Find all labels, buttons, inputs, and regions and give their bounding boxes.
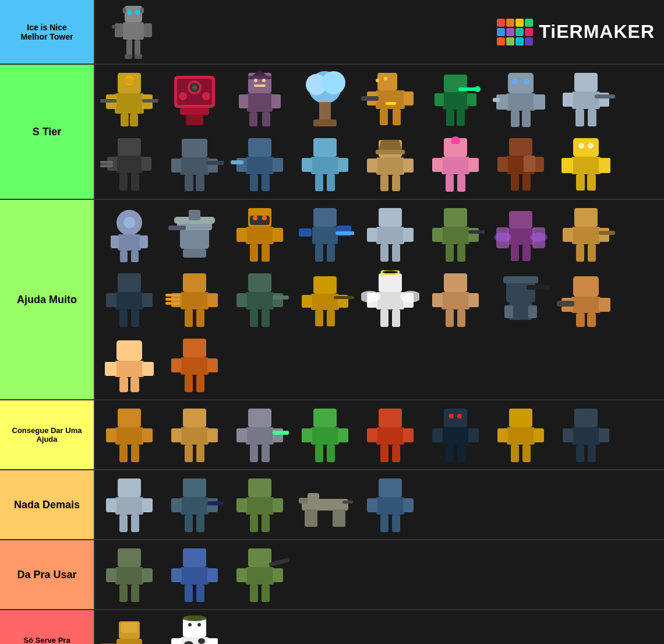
svg-point-161 xyxy=(253,216,257,220)
svg-rect-247 xyxy=(527,285,550,290)
svg-rect-80 xyxy=(588,109,596,126)
svg-rect-298 xyxy=(444,409,467,427)
svg-rect-98 xyxy=(246,157,274,174)
svg-rect-126 xyxy=(509,138,532,156)
svg-rect-197 xyxy=(599,231,615,235)
svg-rect-90 xyxy=(182,139,207,157)
tower-a4 xyxy=(293,202,357,266)
svg-rect-120 xyxy=(432,158,443,172)
svg-point-29 xyxy=(202,92,210,100)
svg-rect-202 xyxy=(119,309,128,327)
svg-rect-300 xyxy=(432,428,443,442)
tier-label-a: Ajuda Muito xyxy=(0,200,95,399)
svg-rect-168 xyxy=(327,244,335,262)
tier-content-b xyxy=(95,400,664,469)
svg-rect-260 xyxy=(130,377,139,392)
svg-rect-158 xyxy=(250,244,258,262)
svg-rect-331 xyxy=(248,478,271,497)
svg-rect-238 xyxy=(432,293,443,307)
svg-rect-107 xyxy=(338,158,348,172)
svg-rect-103 xyxy=(231,160,243,164)
svg-rect-2 xyxy=(140,8,144,13)
svg-rect-253 xyxy=(587,313,596,327)
svg-rect-97 xyxy=(248,138,271,157)
svg-rect-220 xyxy=(313,276,337,294)
svg-rect-364 xyxy=(273,568,283,582)
svg-rect-42 xyxy=(254,85,266,87)
svg-rect-177 xyxy=(442,227,469,244)
svg-rect-228 xyxy=(376,292,404,309)
svg-rect-317 xyxy=(588,445,596,462)
svg-rect-265 xyxy=(185,375,193,392)
svg-rect-81 xyxy=(595,94,615,98)
svg-rect-171 xyxy=(376,227,404,244)
tower-a18 xyxy=(163,333,227,397)
svg-rect-351 xyxy=(106,568,116,582)
svg-rect-88 xyxy=(100,161,113,164)
svg-rect-285 xyxy=(273,431,289,435)
tower-s14 xyxy=(423,132,488,196)
svg-rect-174 xyxy=(380,244,388,262)
svg-rect-359 xyxy=(185,585,193,602)
tower-a16 xyxy=(554,268,618,332)
svg-rect-62 xyxy=(446,110,454,126)
svg-rect-72 xyxy=(493,98,500,102)
header-title: Ice is Nice Melhor Tower xyxy=(21,23,73,41)
svg-rect-114 xyxy=(367,159,377,173)
svg-rect-183 xyxy=(509,211,532,228)
svg-rect-137 xyxy=(576,174,585,191)
svg-rect-276 xyxy=(207,428,218,442)
svg-rect-173 xyxy=(403,228,414,242)
svg-rect-355 xyxy=(183,548,206,567)
tower-b7 xyxy=(489,403,553,467)
svg-rect-156 xyxy=(236,228,247,242)
svg-point-74 xyxy=(524,79,529,85)
svg-rect-39 xyxy=(248,76,271,79)
svg-rect-180 xyxy=(446,244,454,262)
tier-row-s: S Tier xyxy=(0,65,664,200)
svg-rect-251 xyxy=(599,298,610,312)
svg-rect-46 xyxy=(319,102,331,122)
svg-rect-12 xyxy=(135,54,142,59)
svg-rect-297 xyxy=(392,445,400,462)
svg-rect-175 xyxy=(392,244,400,262)
svg-rect-353 xyxy=(119,585,128,602)
tower-s13 xyxy=(358,132,422,196)
svg-rect-346 xyxy=(403,498,414,512)
tower-a8 xyxy=(554,202,618,266)
svg-point-305 xyxy=(457,414,462,418)
svg-rect-377 xyxy=(207,638,218,644)
svg-rect-93 xyxy=(208,159,218,173)
svg-point-65 xyxy=(475,86,481,92)
svg-rect-303 xyxy=(457,445,465,462)
svg-rect-70 xyxy=(511,111,520,127)
tower-s8 xyxy=(554,67,618,131)
tier-content-f xyxy=(95,610,664,644)
svg-rect-169 xyxy=(335,231,354,235)
svg-rect-208 xyxy=(185,309,193,327)
svg-rect-152 xyxy=(183,249,206,258)
svg-rect-246 xyxy=(528,305,537,318)
tier-content-d xyxy=(95,540,664,609)
svg-rect-348 xyxy=(392,515,400,532)
svg-rect-210 xyxy=(165,294,180,297)
svg-rect-281 xyxy=(236,428,247,442)
tower-s16 xyxy=(554,132,618,196)
svg-rect-131 xyxy=(522,174,531,191)
svg-rect-272 xyxy=(131,445,139,462)
svg-rect-138 xyxy=(587,174,596,191)
svg-rect-86 xyxy=(119,173,128,191)
tower-s12 xyxy=(293,132,357,196)
tower-c4 xyxy=(293,473,357,537)
svg-rect-325 xyxy=(181,497,209,515)
svg-rect-274 xyxy=(181,427,209,445)
svg-rect-192 xyxy=(572,227,600,244)
svg-rect-96 xyxy=(207,161,224,165)
svg-rect-286 xyxy=(313,409,337,427)
svg-rect-383 xyxy=(188,615,202,620)
svg-rect-89 xyxy=(100,164,113,167)
svg-rect-271 xyxy=(119,445,128,462)
svg-rect-256 xyxy=(115,361,144,377)
svg-rect-176 xyxy=(444,208,467,227)
svg-rect-34 xyxy=(239,94,248,108)
